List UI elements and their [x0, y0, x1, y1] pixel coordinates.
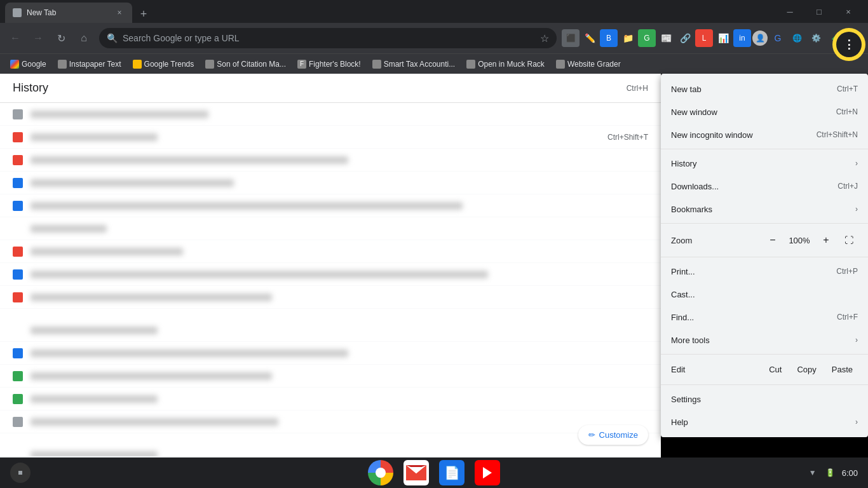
menu-separator-5	[661, 384, 868, 385]
active-tab[interactable]: New Tab ×	[5, 3, 132, 23]
menu-help[interactable]: Help ›	[661, 410, 868, 433]
taskbar-gmail[interactable]	[403, 460, 429, 485]
history-item[interactable]	[0, 217, 661, 240]
history-item[interactable]	[0, 388, 661, 410]
history-item[interactable]	[0, 319, 661, 342]
bookmark-google-label: Google	[22, 60, 46, 69]
zoom-plus-button[interactable]: +	[817, 231, 835, 249]
taskbar-chrome[interactable]	[368, 460, 393, 485]
history-item[interactable]	[0, 286, 661, 309]
address-bar[interactable]: 🔍 Search Google or type a URL ☆	[99, 28, 557, 48]
history-item-favicon	[13, 371, 23, 381]
extension-10[interactable]: in	[733, 29, 751, 47]
bookmark-instapaper[interactable]: Instapaper Text	[53, 57, 126, 71]
bookmark-tax[interactable]: Smart Tax Accounti...	[367, 57, 461, 71]
tab-title: New Tab	[27, 8, 109, 17]
forward-button[interactable]: →	[28, 28, 48, 48]
extension-1[interactable]: ⬛	[562, 29, 580, 47]
history-item[interactable]	[0, 149, 661, 172]
bookmark-website-label: Website Grader	[567, 60, 621, 69]
extension-3[interactable]: B	[600, 29, 618, 47]
history-item[interactable]	[0, 444, 661, 456]
taskbar-docs[interactable]: 📄	[439, 460, 465, 485]
menu-more-tools[interactable]: More tools ›	[661, 329, 868, 351]
minimize-button[interactable]: ─	[775, 0, 804, 23]
launcher-button[interactable]	[10, 463, 31, 483]
history-item-favicon	[13, 292, 23, 302]
extension-2[interactable]: ✏️	[581, 29, 599, 47]
bookmark-fighters[interactable]: F Fighter's Block!	[292, 57, 366, 71]
extension-14[interactable]: ⚙️	[807, 29, 825, 47]
menu-downloads[interactable]: Downloads... Ctrl+J	[661, 175, 868, 198]
bookmark-instapaper-label: Instapaper Text	[69, 60, 121, 69]
menu-more-tools-arrow: ›	[855, 336, 858, 344]
history-item[interactable]	[0, 172, 661, 194]
history-list[interactable]: Ctrl+Shift+T	[0, 103, 661, 456]
extension-13[interactable]: 🌐	[788, 29, 806, 47]
history-item-favicon	[13, 178, 23, 188]
history-item[interactable]	[0, 365, 661, 388]
extensions-area: ⬛ ✏️ B 📁 G 📰 🔗 L 📊 in 👤 G 🌐 ⚙️ ◆ 🔌	[562, 29, 863, 47]
menu-bookmarks[interactable]: Bookmarks ›	[661, 198, 868, 220]
menu-paste-button[interactable]: Paste	[827, 362, 858, 377]
menu-history-label: History	[671, 159, 850, 168]
zoom-minus-button[interactable]: −	[764, 231, 782, 249]
menu-separator-2	[661, 223, 868, 224]
menu-cut-button[interactable]: Cut	[764, 362, 787, 377]
menu-cast[interactable]: Cast...	[661, 283, 868, 306]
menu-new-tab[interactable]: New tab Ctrl+T	[661, 78, 868, 100]
new-tab-button[interactable]: +	[135, 5, 153, 23]
maximize-button[interactable]: □	[804, 0, 834, 23]
history-item[interactable]	[0, 240, 661, 263]
bookmark-trends[interactable]: Google Trends	[128, 57, 200, 71]
taskbar-youtube[interactable]	[475, 460, 500, 485]
extension-12[interactable]: G	[769, 29, 787, 47]
menu-new-incognito[interactable]: New incognito window Ctrl+Shift+N	[661, 123, 868, 146]
history-item[interactable]	[0, 194, 661, 217]
back-button[interactable]: ←	[5, 28, 25, 48]
reload-button[interactable]: ↻	[51, 28, 71, 48]
bookmark-website[interactable]: Website Grader	[551, 57, 626, 71]
history-item[interactable]	[0, 342, 661, 365]
extension-6[interactable]: 📰	[657, 29, 675, 47]
menu-print[interactable]: Print... Ctrl+P	[661, 260, 868, 283]
home-button[interactable]: ⌂	[74, 28, 94, 48]
google-favicon	[10, 60, 19, 69]
close-button[interactable]: ×	[834, 0, 863, 23]
navigation-bar: ← → ↻ ⌂ 🔍 Search Google or type a URL ☆ …	[0, 23, 868, 53]
history-item[interactable]	[0, 263, 661, 286]
menu-new-window[interactable]: New window Ctrl+N	[661, 100, 868, 123]
bookmark-google[interactable]: Google	[5, 57, 51, 71]
history-item-shortcut: Ctrl+Shift+T	[607, 133, 648, 142]
extension-8[interactable]: L	[695, 29, 713, 47]
zoom-fullscreen-button[interactable]: ⛶	[840, 231, 858, 249]
history-item[interactable]	[0, 410, 661, 433]
bookmark-muck[interactable]: Open in Muck Rack	[461, 57, 550, 71]
trends-favicon	[133, 60, 142, 69]
battery-icon: 🔋	[824, 466, 837, 479]
menu-find[interactable]: Find... Ctrl+F	[661, 306, 868, 329]
bookmark-icon[interactable]: ☆	[540, 32, 549, 44]
chrome-context-menu: New tab Ctrl+T New window Ctrl+N New inc…	[661, 74, 868, 437]
window-controls: ─ □ ×	[775, 0, 863, 23]
taskbar-right: ▼ 🔋 6:00	[806, 466, 858, 479]
zoom-controls: − 100% + ⛶	[764, 231, 858, 249]
menu-copy-button[interactable]: Copy	[792, 362, 821, 377]
history-item[interactable]	[0, 103, 661, 126]
extension-11[interactable]: 👤	[752, 30, 768, 46]
extension-9[interactable]: 📊	[714, 29, 732, 47]
menu-settings[interactable]: Settings	[661, 388, 868, 410]
tab-close-button[interactable]: ×	[114, 8, 125, 18]
menu-history[interactable]: History ›	[661, 152, 868, 175]
menu-separator-4	[661, 354, 868, 355]
history-spacer	[0, 433, 661, 444]
search-icon: 🔍	[107, 33, 118, 43]
extension-5[interactable]: G	[638, 29, 656, 47]
customize-button[interactable]: ✏ Customize	[578, 425, 648, 445]
history-item-favicon	[13, 269, 23, 280]
history-item-favicon	[13, 348, 23, 358]
extension-4[interactable]: 📁	[619, 29, 637, 47]
extension-7[interactable]: 🔗	[676, 29, 694, 47]
history-item[interactable]: Ctrl+Shift+T	[0, 126, 661, 149]
bookmark-citation[interactable]: Son of Citation Ma...	[200, 57, 291, 71]
